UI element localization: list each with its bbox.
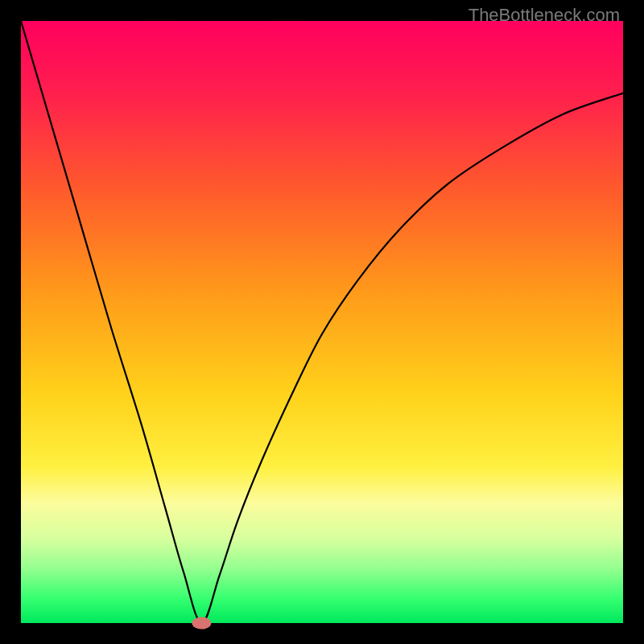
plot-area xyxy=(21,21,623,623)
bottleneck-chart xyxy=(21,21,623,623)
watermark-label: TheBottleneck.com xyxy=(469,5,620,26)
optimal-point-marker xyxy=(192,617,211,630)
bottleneck-curve xyxy=(21,21,623,623)
